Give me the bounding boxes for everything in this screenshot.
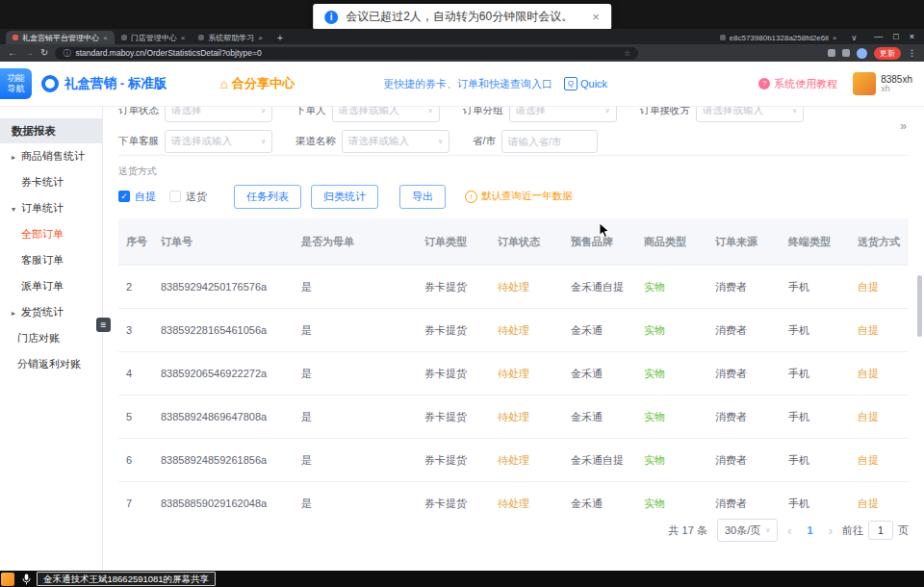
tab-label: 礼盒营销平台管理中心 xyxy=(22,33,99,43)
cell-seq: 2 xyxy=(118,266,153,309)
order-status-select[interactable]: 请选择 ∨ xyxy=(165,107,272,122)
filter-row-2: 下单客服 请选择或输入 ∨ 渠道名称 请选择或输入 ∨ xyxy=(118,129,909,154)
tab-label: e8c573980b1328a258fd2e6il xyxy=(730,34,829,42)
cell-order_type: 券卡提货 xyxy=(417,482,490,512)
category-stats-button[interactable]: 归类统计 xyxy=(311,185,378,209)
column-header: 订单来源 xyxy=(707,218,781,266)
profile-avatar[interactable] xyxy=(857,48,867,59)
sidebar-item-product-sales[interactable]: ▸商品销售统计 xyxy=(0,143,102,169)
brand-link[interactable]: 礼盒营销 - 标准版 xyxy=(41,75,167,92)
table-row[interactable]: 283859294250176576a是券卡提货待处理金禾通自提实物消费者手机自… xyxy=(118,266,909,309)
order-group-select[interactable]: 请选择 ∨ xyxy=(509,107,617,122)
delivery-method-label: 送货方式 xyxy=(118,165,909,178)
cell-source: 消费者 xyxy=(707,309,781,352)
filter-expand-icon[interactable]: » xyxy=(900,119,907,133)
sidebar-item-rebate-reconcile[interactable]: 分销返利对账 xyxy=(0,351,102,377)
url-bar[interactable]: ⓘ standard.maboy.cn/OrderStatisticsDetai… xyxy=(55,47,638,60)
channel-name-select[interactable]: 请选择或输入 ∨ xyxy=(342,130,449,153)
quick-search-button[interactable]: Q Quick xyxy=(564,77,607,90)
sidebar-item-all-orders[interactable]: 全部订单 xyxy=(0,221,102,247)
table-row[interactable]: 483859206546922272a是券卡提货待处理金禾通实物消费者手机自提 xyxy=(118,352,909,396)
back-icon[interactable]: ← xyxy=(8,48,17,58)
nav-toggle-line: 导航 xyxy=(8,84,25,94)
cell-seq: 6 xyxy=(118,439,153,482)
pagination: 共 17 条 30条/页 ∨ ‹ 1 › 前往 页 xyxy=(118,519,909,542)
table-row[interactable]: 583858924869647808a是券卡提货待处理金禾通实物消费者手机自提 xyxy=(118,396,909,439)
browser-tab-active[interactable]: 礼盒营销平台管理中心 × xyxy=(6,31,115,44)
bookmark-star-icon[interactable]: ☆ xyxy=(624,49,630,58)
tab-search-icon[interactable]: ∨ xyxy=(851,34,857,42)
page-size-select[interactable]: 30条/页 ∨ xyxy=(717,519,778,542)
browser-tab[interactable]: e8c573980b1328a258fd2e6il × xyxy=(713,31,844,44)
sidebar-item-store-reconcile[interactable]: 门店对账 xyxy=(0,325,102,351)
close-icon[interactable]: × xyxy=(592,10,600,24)
total-count: 共 17 条 xyxy=(669,523,707,538)
table-row[interactable]: 383859228165461056a是券卡提货待处理金禾通实物消费者手机自提 xyxy=(118,309,909,352)
function-nav-toggle[interactable]: 功能 导航 xyxy=(0,68,32,99)
vertical-scrollbar-thumb[interactable] xyxy=(917,275,922,337)
checkbox-unchecked-icon xyxy=(169,191,181,202)
username-sub: xh xyxy=(881,85,912,94)
sidebar-item-order-stats[interactable]: ▾订单统计 xyxy=(0,195,102,221)
sidebar-item-card-stats[interactable]: 券卡统计 xyxy=(0,169,102,195)
cell-delivery: 自提 xyxy=(850,309,909,352)
user-menu[interactable]: 8385xh xh xyxy=(853,72,912,95)
tab-close-icon[interactable]: × xyxy=(258,34,263,42)
update-button[interactable]: 更新 xyxy=(874,47,901,60)
cell-seq: 4 xyxy=(118,352,153,396)
cell-terminal: 手机 xyxy=(781,266,850,309)
pickup-checkbox[interactable]: ✓ 自提 xyxy=(118,190,156,204)
browser-window: 礼盒营销平台管理中心 × 门店管理中心 × 系统帮助学习 × + e8c5739… xyxy=(0,29,924,571)
sidebar-collapse-handle[interactable]: ≡ xyxy=(96,318,111,332)
table-row[interactable]: 683858924859261856a是券卡提货待处理金禾通自提实物消费者手机自… xyxy=(118,439,909,482)
filter-label: 下单客服 xyxy=(118,135,159,148)
cell-is_parent: 是 xyxy=(294,352,417,396)
delivery-checkbox[interactable]: 送货 xyxy=(169,190,207,204)
chevron-down-icon: ∨ xyxy=(261,107,266,115)
column-header: 终端类型 xyxy=(781,218,850,266)
page-number[interactable]: 1 xyxy=(802,524,819,536)
prev-page-icon[interactable]: ‹ xyxy=(787,523,791,538)
favicon-icon xyxy=(720,35,726,40)
extension-icon[interactable] xyxy=(842,49,850,57)
tab-close-icon[interactable]: × xyxy=(833,34,837,42)
share-center-link[interactable]: ⌂ 合分享中心 xyxy=(220,75,295,92)
browser-tab[interactable]: 门店管理中心 × xyxy=(115,31,192,44)
microphone-icon[interactable] xyxy=(22,574,31,585)
close-window-icon[interactable]: × xyxy=(910,32,914,41)
menu-kebab-icon[interactable]: ⋮ xyxy=(908,48,916,58)
filter-label: 省/市 xyxy=(473,135,496,148)
table-row[interactable]: 783858859029162048a是券卡提货待处理金禾通实物消费者手机自提 xyxy=(118,482,909,512)
service-agent-select[interactable]: 请选择或输入 ∨ xyxy=(165,130,272,153)
task-list-button[interactable]: 任务列表 xyxy=(234,185,301,209)
order-person-select[interactable]: 请选择或输入 ∨ xyxy=(332,107,440,122)
cell-seq: 7 xyxy=(118,482,153,512)
sidebar-item-dispatch-orders[interactable]: 派单订单 xyxy=(0,273,102,299)
new-tab-button[interactable]: + xyxy=(277,33,283,43)
browser-tab[interactable]: 系统帮助学习 × xyxy=(192,31,270,44)
chevron-down-icon: ∨ xyxy=(604,107,609,115)
maximize-icon[interactable]: □ xyxy=(893,32,898,41)
goto-page-input[interactable] xyxy=(868,521,893,540)
cell-is_parent: 是 xyxy=(294,309,417,352)
minimize-icon[interactable]: — xyxy=(874,32,883,41)
cell-brand: 金禾通 xyxy=(563,482,636,512)
cell-is_parent: 是 xyxy=(294,439,417,482)
tutorial-label: 系统使用教程 xyxy=(774,77,837,91)
avatar xyxy=(853,72,876,95)
province-city-input[interactable] xyxy=(501,130,598,153)
reload-icon[interactable]: ↻ xyxy=(40,48,48,58)
site-info-icon[interactable]: ⓘ xyxy=(63,48,70,59)
next-page-icon[interactable]: › xyxy=(829,523,833,538)
chevron-down-icon: ∨ xyxy=(427,107,432,115)
tab-close-icon[interactable]: × xyxy=(103,34,108,42)
forward-icon[interactable]: → xyxy=(24,48,34,58)
sidebar-item-service-orders[interactable]: 客服订单 xyxy=(0,247,102,273)
export-button[interactable]: 导出 xyxy=(399,185,446,209)
extension-icon[interactable] xyxy=(828,49,835,57)
tab-close-icon[interactable]: × xyxy=(181,34,186,42)
order-receiver-select[interactable]: 请选择或输入 ∨ xyxy=(696,107,804,122)
sidebar-item-shipping-stats[interactable]: ▸发货统计 xyxy=(0,299,102,325)
meeting-topbar: i 会议已超过2人，自动转为60分钟限时会议。 × xyxy=(0,0,924,29)
tutorial-link[interactable]: ? 系统使用教程 xyxy=(758,77,837,91)
